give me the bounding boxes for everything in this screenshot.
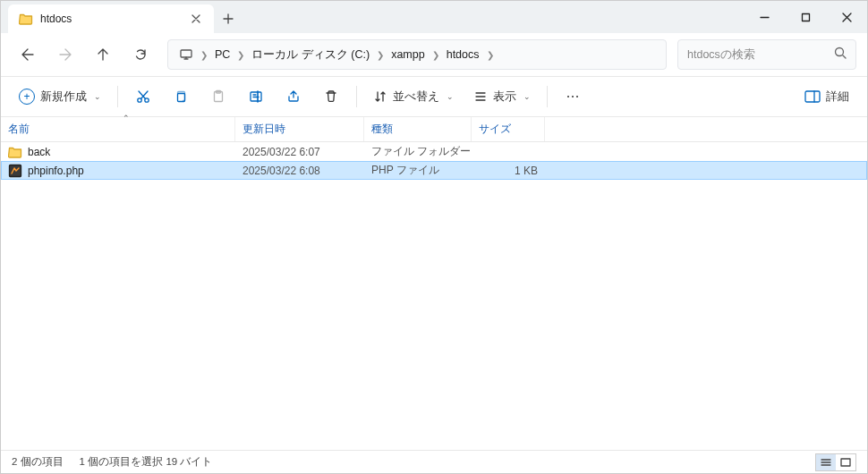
thumbnails-view-button[interactable] (836, 454, 855, 470)
chevron-down-icon: ⌄ (523, 92, 531, 101)
view-button[interactable]: 表示 ⌄ (464, 81, 540, 112)
chevron-right-icon[interactable]: ❯ (485, 50, 496, 60)
window-controls (744, 1, 867, 33)
titlebar: htdocs (1, 1, 867, 33)
breadcrumb-pc[interactable]: PC (209, 42, 235, 67)
search-input[interactable] (687, 48, 834, 61)
file-name: phpinfo.php (28, 165, 84, 177)
view-mode-toggle (815, 453, 856, 471)
paste-button[interactable] (200, 81, 236, 112)
sort-label: 並べ替え (393, 89, 439, 105)
column-headers: 名前 ⌃ 更新日時 種類 サイズ (1, 117, 867, 142)
chevron-right-icon[interactable]: ❯ (375, 50, 386, 60)
cut-button[interactable] (125, 81, 161, 112)
close-tab-icon[interactable] (189, 12, 203, 26)
view-label: 表示 (493, 89, 516, 105)
delete-button[interactable] (313, 81, 349, 112)
chevron-down-icon: ⌄ (94, 92, 101, 101)
file-name: back (28, 146, 50, 158)
file-type: ファイル フォルダー (364, 144, 472, 159)
toolbar: + 新規作成 ⌄ 並べ替え ⌄ 表示 ⌄ 詳細 (1, 76, 867, 117)
chevron-right-icon[interactable]: ❯ (199, 50, 209, 60)
folder-icon (19, 12, 33, 26)
tab-title: htdocs (40, 13, 182, 25)
copy-button[interactable] (163, 81, 199, 112)
status-bar: 2 個の項目 1 個の項目を選択 19 バイト (1, 450, 867, 473)
new-tab-button[interactable] (214, 4, 243, 33)
forward-button[interactable] (49, 38, 81, 71)
maximize-button[interactable] (785, 1, 826, 33)
svg-rect-13 (10, 165, 21, 176)
svg-point-11 (576, 96, 578, 97)
folder-icon (8, 145, 22, 159)
breadcrumb-htdocs[interactable]: htdocs (441, 42, 485, 67)
sort-button[interactable]: 並べ替え ⌄ (364, 81, 463, 112)
status-item-count: 2 個の項目 (12, 455, 64, 469)
file-date: 2025/03/22 6:08 (235, 165, 364, 177)
php-file-icon (8, 164, 22, 178)
file-size: 1 KB (472, 165, 545, 177)
chevron-down-icon: ⌄ (447, 92, 454, 101)
rename-button[interactable] (238, 81, 274, 112)
share-button[interactable] (276, 81, 311, 112)
plus-circle-icon: + (19, 89, 35, 105)
file-date: 2025/03/22 6:07 (235, 146, 364, 158)
tab-htdocs[interactable]: htdocs (8, 4, 214, 33)
details-pane-button[interactable]: 詳細 (796, 81, 858, 112)
new-label: 新規作成 (40, 89, 87, 105)
svg-rect-0 (802, 13, 809, 21)
details-label: 詳細 (826, 89, 849, 105)
breadcrumb-disk[interactable]: ローカル ディスク (C:) (246, 42, 375, 67)
address-bar[interactable]: ❯ PC ❯ ローカル ディスク (C:) ❯ xampp ❯ htdocs ❯ (167, 39, 667, 70)
status-selection: 1 個の項目を選択 19 バイト (80, 455, 213, 469)
more-button[interactable] (555, 81, 591, 112)
back-button[interactable] (12, 38, 44, 71)
svg-point-10 (572, 96, 574, 97)
svg-point-2 (836, 48, 844, 56)
search-box[interactable] (677, 39, 856, 70)
navbar: ❯ PC ❯ ローカル ディスク (C:) ❯ xampp ❯ htdocs ❯ (1, 33, 867, 76)
sort-indicator-icon: ⌃ (123, 114, 130, 123)
header-type[interactable]: 種類 (364, 117, 472, 141)
details-view-button[interactable] (816, 454, 836, 470)
up-button[interactable] (87, 38, 119, 71)
chevron-right-icon[interactable]: ❯ (235, 50, 246, 60)
header-name[interactable]: 名前 ⌃ (1, 117, 235, 141)
svg-point-9 (567, 96, 569, 97)
new-button[interactable]: + 新規作成 ⌄ (10, 81, 110, 112)
file-list: back 2025/03/22 6:07 ファイル フォルダー phpinfo.… (1, 142, 867, 450)
chevron-right-icon[interactable]: ❯ (430, 50, 441, 60)
header-date[interactable]: 更新日時 (235, 117, 364, 141)
minimize-button[interactable] (744, 1, 785, 33)
search-icon[interactable] (834, 47, 847, 63)
breadcrumb-xampp[interactable]: xampp (386, 42, 430, 67)
list-item[interactable]: phpinfo.php 2025/03/22 6:08 PHP ファイル 1 K… (1, 161, 867, 180)
svg-rect-1 (181, 50, 191, 57)
file-type: PHP ファイル (364, 163, 472, 178)
close-window-button[interactable] (826, 1, 867, 33)
list-item[interactable]: back 2025/03/22 6:07 ファイル フォルダー (1, 142, 867, 161)
svg-rect-14 (841, 459, 850, 466)
refresh-button[interactable] (124, 38, 157, 71)
svg-rect-12 (805, 91, 820, 102)
header-size[interactable]: サイズ (472, 117, 545, 141)
pc-icon[interactable] (174, 42, 199, 67)
